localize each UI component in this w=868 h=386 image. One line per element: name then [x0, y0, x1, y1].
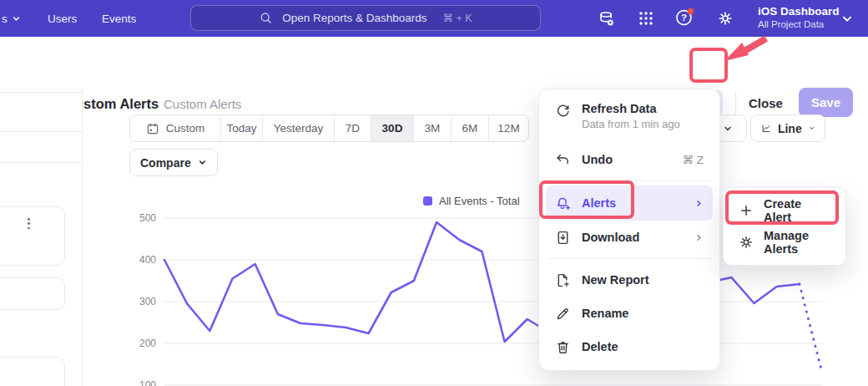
menu-item-label: Refresh Data [582, 102, 680, 115]
project-scope: All Project Data [758, 18, 840, 31]
breadcrumb: Custom Alerts [164, 97, 241, 111]
calendar-icon [146, 122, 159, 135]
kebab-menu-icon[interactable] [28, 218, 30, 229]
compare-button[interactable]: Compare [129, 149, 218, 176]
legend-swatch [423, 196, 432, 206]
menu-item-download[interactable]: Download [546, 221, 713, 254]
top-nav: s Users Events Open Reports & Dashboards… [0, 0, 868, 37]
help-icon: ? [674, 7, 694, 28]
help-button[interactable]: ? [674, 7, 694, 27]
divider [0, 92, 82, 93]
menu-item-alerts[interactable]: Alerts [546, 185, 713, 221]
range-7d[interactable]: 7D [335, 115, 371, 141]
save-button[interactable]: Save [799, 88, 853, 117]
search-shortcut: ⌘ + K [443, 12, 472, 24]
svg-text:400: 400 [139, 254, 156, 266]
delete-icon [555, 339, 571, 355]
range-yesterday[interactable]: Yesterday [263, 115, 335, 141]
menu-item-subtitle: Data from 1 min ago [582, 118, 680, 130]
menu-item-rename[interactable]: Rename [546, 297, 713, 330]
line-chart-icon [761, 121, 771, 136]
nav-item-cut-label: s [2, 13, 8, 25]
range-30d-selected[interactable]: 30D [371, 115, 414, 141]
undo-icon [555, 152, 571, 168]
apps-grid-button[interactable] [636, 8, 656, 28]
dashboard-card[interactable] [0, 357, 65, 386]
gear-icon [739, 235, 754, 250]
dashboard-card[interactable] [0, 277, 65, 310]
divider [548, 258, 711, 259]
legend-item[interactable]: All Events - Total [423, 195, 520, 207]
date-range-control: Custom Today Yesterday 7D 30D 3M 6M 12M [129, 114, 529, 142]
chevron-down-icon [809, 124, 815, 133]
gear-icon [717, 10, 734, 27]
database-gear-icon [598, 10, 615, 28]
bell-plus-icon [555, 196, 571, 211]
close-button[interactable]: Close [749, 96, 783, 110]
submenu-item-manage-alerts[interactable]: Manage Alerts [730, 226, 839, 258]
svg-text:200: 200 [139, 338, 156, 349]
project-switcher[interactable]: iOS Dashboard All Project Data [758, 4, 840, 31]
alerts-submenu: Create Alert Manage Alerts [723, 187, 846, 266]
range-custom[interactable]: Custom [130, 115, 221, 141]
menu-item-undo[interactable]: Undo ⌘ Z [546, 143, 713, 176]
report-header: Custom Alerts Custom Alerts GV Duplicate… [0, 37, 868, 88]
search-placeholder: Open Reports & Dashboards [282, 12, 426, 24]
chevron-down-icon [723, 124, 733, 134]
svg-text:300: 300 [139, 296, 156, 307]
legend-label: All Events - Total [439, 195, 520, 207]
rename-icon [555, 306, 571, 322]
menu-item-refresh-data[interactable]: Refresh Data Data from 1 min ago [546, 96, 713, 143]
svg-text:500: 500 [139, 212, 156, 224]
divider [0, 131, 82, 132]
search-input[interactable]: Open Reports & Dashboards ⌘ + K [190, 5, 541, 31]
new-report-icon [555, 272, 571, 288]
notification-dot [688, 8, 694, 13]
range-3m[interactable]: 3M [414, 115, 452, 141]
settings-button[interactable] [715, 8, 735, 28]
svg-text:?: ? [681, 13, 687, 23]
divider [0, 162, 82, 163]
nav-item-cut[interactable]: s [2, 0, 21, 37]
svg-text:100: 100 [139, 379, 156, 386]
menu-item-shortcut: ⌘ Z [683, 153, 704, 166]
chevron-down-icon [198, 158, 207, 167]
chart-type-button[interactable]: Line [750, 114, 825, 142]
nav-item-events[interactable]: Events [102, 0, 136, 37]
project-name: iOS Dashboard [758, 4, 840, 18]
app-window: 100200300400500 s Users Events Open Repo… [0, 0, 868, 386]
data-management-button[interactable] [596, 8, 616, 28]
range-6m[interactable]: 6M [452, 115, 489, 141]
menu-item-delete[interactable]: Delete [546, 330, 713, 363]
chevron-down-icon [841, 13, 853, 25]
grid-icon [638, 10, 654, 27]
chevron-right-icon [694, 199, 704, 208]
menu-item-new-report[interactable]: New Report [546, 263, 713, 297]
submenu-item-create-alert[interactable]: Create Alert [730, 195, 839, 226]
left-panel [0, 88, 83, 386]
chevron-right-icon [694, 233, 704, 242]
refresh-icon [555, 104, 571, 119]
search-icon [259, 11, 273, 25]
chevron-down-icon [12, 14, 21, 23]
context-menu: Refresh Data Data from 1 min ago Undo ⌘ … [538, 89, 720, 371]
divider [548, 180, 711, 181]
download-icon [555, 230, 571, 246]
plus-icon [739, 203, 754, 218]
divider [735, 92, 736, 114]
range-today[interactable]: Today [221, 115, 263, 141]
nav-item-users[interactable]: Users [48, 0, 77, 37]
range-12m[interactable]: 12M [489, 115, 528, 141]
dashboard-card[interactable] [0, 206, 65, 266]
